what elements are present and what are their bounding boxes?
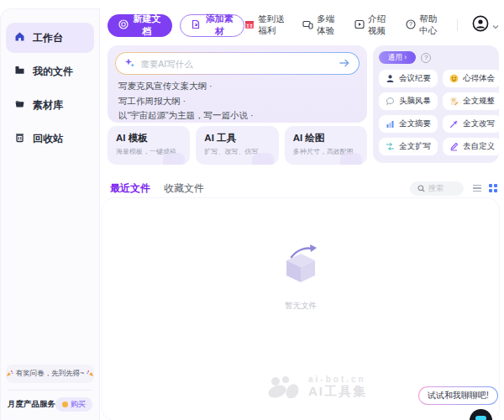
quick-action-summarize-fulltext[interactable]: 全文摘要 [379, 115, 438, 133]
devices-icon [302, 20, 313, 31]
top-bar: 新建文档 添加素材 签到送福利 多端体验 介绍视频 ? 帮助中心 [108, 13, 499, 37]
sidebar-item-label: 我的文件 [33, 65, 73, 79]
smiley-icon [449, 74, 459, 83]
quick-action-expand-fulltext[interactable]: 全文扩写 [379, 138, 438, 155]
sidebar-divider [8, 390, 92, 391]
category-pill[interactable]: 通用 › [379, 51, 416, 64]
party-popper-icon [87, 370, 94, 379]
ai-prompt-input[interactable] [140, 59, 333, 69]
card-ai-templates[interactable]: AI 模板 海量模板，一键成稿 [108, 126, 190, 165]
quick-actions-grid: 会议纪要 心得体会 头脑风暴 全文规整 全文摘要 全文改写 [379, 70, 493, 155]
empty-state: 暂无文件 [275, 242, 327, 312]
help-center-link[interactable]: ? 帮助中心 [406, 13, 443, 37]
sidebar: 工作台 我的文件 素材库 回收站 有奖问卷，先到先得~ [0, 8, 100, 420]
quick-action-label: 去自定义 [463, 141, 495, 152]
question-circle-icon[interactable]: ? [421, 53, 431, 63]
card-title: AI 工具 [204, 132, 270, 144]
quick-action-reflections[interactable]: 心得体会 [443, 70, 501, 87]
library-icon [14, 98, 25, 112]
add-material-icon [191, 19, 201, 31]
multi-device-label: 多端体验 [317, 13, 340, 37]
new-document-label: 新建文档 [133, 13, 161, 38]
plan-label: 月度产品服务 [8, 399, 55, 410]
checkin-label: 签到送福利 [258, 13, 288, 37]
buy-label: 购买 [71, 399, 86, 410]
card-decoration [340, 153, 362, 165]
customize-icon [449, 142, 459, 151]
multi-device-link[interactable]: 多端体验 [302, 13, 340, 37]
files-header: 最近文件 收藏文件 [110, 179, 497, 197]
quick-action-rewrite-fulltext[interactable]: 全文改写 [443, 115, 501, 133]
user-menu[interactable] [472, 15, 499, 35]
quick-action-tidy-fulltext[interactable]: 全文规整 [443, 92, 501, 110]
prompt-suggestion[interactable]: 以“宇宙起源”为主题，写一篇小说 · [118, 108, 359, 123]
party-popper-icon [6, 370, 13, 379]
promo-banner[interactable]: 有奖问卷，先到先得~ [6, 365, 94, 383]
checkin-link[interactable]: 签到送福利 [244, 13, 288, 37]
quick-actions-header: 通用 › ? [379, 51, 493, 64]
search-icon [417, 181, 425, 196]
new-document-button[interactable]: 新建文档 [108, 14, 172, 37]
quick-action-meeting-notes[interactable]: 会议纪要 [379, 70, 438, 87]
ai-prompt-panel: 写麦克风宣传文案大纲 · 写工作周报大纲 · 以“宇宙起源”为主题，写一篇小说 … [108, 45, 367, 123]
plan-row: 月度产品服务 购买 [6, 397, 94, 415]
checkin-calendar-icon [244, 19, 255, 31]
sidebar-item-my-files[interactable]: 我的文件 [6, 56, 94, 87]
tab-recent-files[interactable]: 最近文件 [110, 181, 150, 196]
buy-button[interactable]: 购买 [55, 397, 92, 412]
add-material-button[interactable]: 添加素材 [180, 14, 244, 37]
chevron-down-icon [492, 18, 499, 33]
sidebar-item-library[interactable]: 素材库 [6, 90, 94, 120]
empty-caption: 暂无文件 [275, 301, 327, 312]
intro-video-label: 介绍视频 [368, 13, 391, 37]
card-ai-tools[interactable]: AI 工具 扩写、改写、仿写 [196, 126, 278, 165]
my-files-icon [14, 65, 25, 78]
promo-text: 有奖问卷，先到先得~ [16, 369, 84, 379]
trash-icon [14, 132, 25, 145]
brainstorm-icon [386, 97, 395, 106]
quick-action-label: 全文扩写 [399, 141, 431, 152]
grid-view-icon[interactable] [489, 184, 497, 192]
tidy-doc-icon [449, 97, 459, 106]
card-title: AI 绘图 [293, 132, 359, 144]
meeting-icon [386, 74, 395, 83]
search-input[interactable] [428, 184, 456, 192]
search-box[interactable] [410, 181, 464, 196]
ai-input-wrapper [115, 52, 360, 75]
sidebar-bottom: 有奖问卷，先到先得~ 月度产品服务 购买 [6, 365, 94, 415]
header-divider [457, 19, 458, 31]
summary-icon [386, 119, 395, 129]
quick-actions-panel: 通用 › ? 会议纪要 心得体会 头脑风暴 全文规整 全文摘要 [373, 45, 499, 163]
sidebar-item-trash[interactable]: 回收站 [6, 123, 94, 154]
tab-favorite-files[interactable]: 收藏文件 [164, 181, 204, 196]
quick-action-customize[interactable]: 去自定义 [443, 138, 501, 155]
chat-bubble-text: 试试和我聊聊吧! [428, 390, 489, 402]
intro-video-link[interactable]: 介绍视频 [354, 13, 391, 37]
app-window: 工作台 我的文件 素材库 回收站 有奖问卷，先到先得~ [0, 0, 504, 420]
home-icon [14, 31, 25, 45]
svg-text:?: ? [409, 21, 412, 27]
top-links: 签到送福利 多端体验 介绍视频 ? 帮助中心 [244, 13, 499, 37]
feature-cards: AI 模板 海量模板，一键成稿 AI 工具 扩写、改写、仿写 AI 绘图 多种尺… [108, 126, 367, 165]
chat-bubble[interactable]: 试试和我聊聊吧! [418, 386, 498, 405]
sparkle-icon [124, 56, 135, 71]
prompt-suggestions: 写麦克风宣传文案大纲 · 写工作周报大纲 · 以“宇宙起源”为主题，写一篇小说 … [118, 79, 359, 123]
quick-action-label: 全文改写 [463, 118, 495, 129]
quick-action-label: 会议纪要 [399, 73, 431, 84]
help-center-label: 帮助中心 [419, 13, 443, 37]
sidebar-item-label: 工作台 [33, 31, 63, 45]
list-view-icon[interactable] [473, 185, 481, 192]
rewrite-icon [449, 119, 459, 129]
new-document-icon [118, 19, 129, 31]
empty-box-icon [275, 242, 327, 286]
send-arrow-icon[interactable] [339, 56, 350, 71]
card-decoration [163, 153, 185, 165]
quick-action-brainstorm[interactable]: 头脑风暴 [379, 92, 438, 110]
card-ai-drawing[interactable]: AI 绘图 多种尺寸，高效配图 [285, 126, 367, 165]
prompt-suggestion[interactable]: 写工作周报大纲 · [118, 94, 359, 109]
sidebar-item-workspace[interactable]: 工作台 [6, 23, 94, 53]
quick-action-label: 头脑风暴 [399, 96, 431, 107]
prompt-suggestion[interactable]: 写麦克风宣传文案大纲 · [118, 79, 359, 94]
card-title: AI 模板 [116, 132, 181, 144]
intro-video-icon [354, 19, 365, 31]
